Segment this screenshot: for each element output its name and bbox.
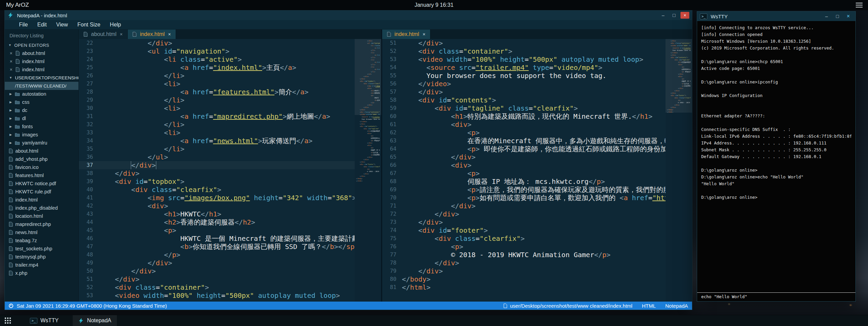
chevron-right-icon[interactable]: ▶ [9, 92, 13, 96]
code-line-37[interactable]: 37 </div> [79, 161, 355, 169]
code-line-76[interactable]: 76 <p> [382, 243, 666, 251]
code-line-22[interactable]: 22 </div> [79, 39, 355, 47]
code-line-38[interactable]: 38 </div> [79, 169, 355, 177]
close-button[interactable]: × [680, 12, 689, 19]
tree-file-x.php[interactable]: x.php [5, 269, 78, 277]
code-line-50[interactable]: 50 </div> [79, 267, 355, 275]
code-line-81[interactable]: 81</html> [382, 283, 666, 291]
tab-close-icon[interactable]: × [423, 32, 425, 37]
tree-file-news.html[interactable]: news.html [5, 228, 78, 236]
code-line-62[interactable]: 62 <p> [382, 129, 666, 137]
code-line-25[interactable]: 25 <a href="index.html">主頁</a> [79, 63, 355, 72]
workspace-label-line1[interactable]: ▼USER/DESKTOP/SCREENSHOT [5, 74, 78, 82]
tab-close-icon[interactable]: × [168, 32, 171, 37]
chevron-down-icon[interactable]: ▼ [9, 76, 13, 79]
code-line-34[interactable]: 34 <a href="news.html">玩家傳送門</a> [79, 137, 355, 145]
hamburger-icon[interactable] [856, 3, 863, 7]
code-line-51[interactable]: 51 </div> [79, 275, 355, 283]
code-line-72[interactable]: 72 </div> [382, 210, 666, 218]
code-line-24[interactable]: 24 <li class="active"> [79, 55, 355, 63]
status-language[interactable]: HTML [642, 303, 656, 309]
tree-file-HKWTC rule.pdf[interactable]: HKWTC rule.pdf [5, 188, 78, 196]
code-line-55[interactable]: 55 Your browser does not support the vid… [382, 72, 666, 80]
maximize-button[interactable]: □ [833, 13, 842, 20]
tree-folder-images[interactable]: ▶images [5, 131, 78, 139]
code-line-71[interactable]: 71 </div> [382, 202, 666, 210]
code-line-28[interactable]: 28 <a href="features.html">簡介</a> [79, 88, 355, 96]
tree-folder-fonts[interactable]: ▶fonts [5, 122, 78, 131]
code-line-56[interactable]: 56 </video> [382, 80, 666, 88]
tab-close-icon[interactable]: × [120, 32, 123, 37]
code-line-68[interactable]: 68 伺服器 IP 地址為： mcs.hkwtc.org</p> [382, 177, 666, 186]
tab-index.html[interactable]: index.html× [128, 30, 176, 39]
tree-file-features.html[interactable]: features.html [5, 171, 78, 179]
menu-font-size[interactable]: Font Size [73, 20, 105, 29]
code-line-23[interactable]: 23 <ul id="navigation"> [79, 47, 355, 55]
code-line-39[interactable]: 39 <div id="topbox"> [79, 177, 355, 186]
tree-file-mapredirect.php[interactable]: mapredirect.php [5, 220, 78, 228]
code-line-74[interactable]: 74 <div id="footer"> [382, 226, 666, 234]
code-line-58[interactable]: 58 <div id="contents"> [382, 96, 666, 104]
code-line-53[interactable]: 53 <video width="100%" height="500px" au… [382, 55, 666, 63]
tab-about.html[interactable]: about.html× [79, 30, 128, 39]
workspace-label-line2[interactable]: /TEST/WWW CLEANED/ [5, 82, 78, 90]
open-editor-item[interactable]: ×index.html [5, 65, 78, 74]
code-line-43[interactable]: 43 <h1>HKWTC</h1> [79, 210, 355, 218]
wstty-titlebar[interactable]: >_ WsTTY – □ × [697, 12, 855, 21]
tree-file-teabag.7z[interactable]: teabag.7z [5, 236, 78, 245]
tree-file-location.html[interactable]: location.html [5, 212, 78, 220]
code-line-64[interactable]: 64 <p> 即使你不是建築師，你也能透過紅石師或鐵路工程師的身份加入我們 [382, 145, 666, 153]
code-line-33[interactable]: 33 <li> [79, 129, 355, 137]
tree-folder-dc[interactable]: ▶dc [5, 106, 78, 114]
code-line-42[interactable]: 42 <div> [79, 202, 355, 210]
chevron-right-icon[interactable]: ▶ [9, 109, 13, 112]
terminal-output[interactable]: [info] Connecting to arozos WsTTY servic… [697, 21, 855, 292]
code-line-35[interactable]: 35 </li> [79, 145, 355, 153]
tree-file-test_sockets.php[interactable]: test_sockets.php [5, 245, 78, 253]
minimize-button[interactable]: – [659, 12, 668, 19]
code-line-67[interactable]: 67 <p> [382, 169, 666, 177]
chevron-down-icon[interactable]: ▼ [8, 43, 12, 47]
code-line-80[interactable]: 80</body> [382, 275, 666, 283]
menu-help[interactable]: Help [105, 20, 126, 29]
code-line-41[interactable]: 41 <img src="images/box.png" height="342… [79, 194, 355, 202]
system-menu-title[interactable]: My ArOZ [0, 2, 29, 8]
code-line-54[interactable]: 54 <source src="trailer.mp4" type="video… [382, 63, 666, 72]
code-line-57[interactable]: 57 </div> [382, 88, 666, 96]
code-line-61[interactable]: 61 <div> [382, 120, 666, 129]
taskbar-item-notepada[interactable]: NotepadA [73, 315, 117, 326]
code-line-77[interactable]: 77 © 2018 - 2019 HKWTC Animation Gamer</… [382, 251, 666, 259]
code-line-75[interactable]: 75 <div class="clearfix"> [382, 234, 666, 243]
tree-file-HKWTC notice.pdf[interactable]: HKWTC notice.pdf [5, 179, 78, 188]
minimap-left[interactable]: </div> <ul id="navigation"> <li class="a… [355, 39, 381, 302]
notepada-titlebar[interactable]: NotepadA - index.html – □ × [5, 11, 692, 20]
status-file-path[interactable]: user/Desktop/screenshot/test/www cleaned… [503, 303, 632, 309]
code-line-66[interactable]: 66 <div> [382, 161, 666, 169]
menu-edit[interactable]: Edit [33, 20, 52, 29]
tree-file-index.html[interactable]: index.html [5, 196, 78, 204]
app-grid-icon[interactable] [0, 315, 16, 326]
code-line-47[interactable]: 47 <b>你知道我們全線伺服器已轉用 SSD 了嗎？</b></span> [79, 243, 355, 251]
code-line-44[interactable]: 44 <h2>香港的建築伺服器</h2> [79, 218, 355, 226]
chevron-right-icon[interactable]: ▶ [9, 125, 13, 128]
code-line-45[interactable]: 45 <p> [79, 226, 355, 234]
code-line-31[interactable]: 31 <a href="mapredirect.php">網上地圖</a> [79, 112, 355, 120]
tree-file-add_vhost.php[interactable]: add_vhost.php [5, 155, 78, 163]
code-line-27[interactable]: 27 <li> [79, 80, 355, 88]
code-line-26[interactable]: 26 </li> [79, 72, 355, 80]
close-button[interactable]: × [844, 13, 853, 20]
code-line-49[interactable]: 49 </div> [79, 259, 355, 267]
code-line-73[interactable]: 73 </div> [382, 218, 666, 226]
open-editor-item[interactable]: ×about.html [5, 49, 78, 57]
close-icon[interactable]: × [9, 59, 13, 64]
tree-file-about.html[interactable]: about.html [5, 147, 78, 155]
code-line-46[interactable]: 46 HKWTC 是一個 Minecraft 的建築伺服器，主要建築計劃包括鐵路 [79, 234, 355, 243]
open-editor-item[interactable]: ×index.html [5, 57, 78, 65]
code-line-48[interactable]: 48 </p> [79, 251, 355, 259]
close-icon[interactable]: × [9, 51, 13, 56]
minimize-button[interactable]: – [822, 13, 831, 20]
terminal-input[interactable]: echo "Hello World" [697, 292, 855, 301]
minimap-right[interactable]: </div> <div class="container"> <video wi… [666, 39, 692, 302]
chevron-right-icon[interactable]: ▶ [9, 100, 13, 104]
chevron-right-icon[interactable]: ▶ [9, 117, 13, 120]
